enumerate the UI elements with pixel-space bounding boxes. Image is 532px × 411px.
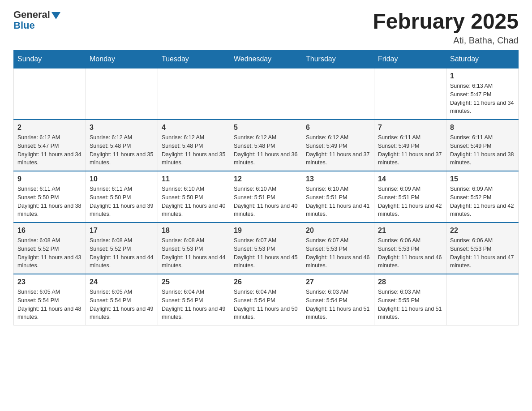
day-number: 15 bbox=[450, 175, 515, 183]
day-info: Sunrise: 6:12 AM Sunset: 5:48 PM Dayligh… bbox=[162, 133, 226, 167]
calendar-cell: 14Sunrise: 6:09 AM Sunset: 5:51 PM Dayli… bbox=[374, 171, 446, 223]
calendar-cell: 12Sunrise: 6:10 AM Sunset: 5:51 PM Dayli… bbox=[230, 171, 302, 223]
calendar-week-row: 23Sunrise: 6:05 AM Sunset: 5:54 PM Dayli… bbox=[14, 274, 519, 325]
calendar-cell: 2Sunrise: 6:12 AM Sunset: 5:47 PM Daylig… bbox=[14, 120, 86, 171]
day-number: 14 bbox=[378, 175, 442, 183]
day-info: Sunrise: 6:10 AM Sunset: 5:51 PM Dayligh… bbox=[306, 185, 370, 218]
logo-general-text: General bbox=[13, 9, 50, 21]
day-number: 1 bbox=[450, 72, 515, 80]
day-info: Sunrise: 6:10 AM Sunset: 5:50 PM Dayligh… bbox=[162, 185, 226, 218]
day-info: Sunrise: 6:03 AM Sunset: 5:55 PM Dayligh… bbox=[378, 288, 442, 321]
day-number: 25 bbox=[162, 278, 226, 286]
day-number: 17 bbox=[90, 227, 154, 235]
title-section: February 2025 Ati, Batha, Chad bbox=[373, 9, 519, 46]
day-info: Sunrise: 6:08 AM Sunset: 5:52 PM Dayligh… bbox=[17, 236, 82, 270]
calendar-cell: 25Sunrise: 6:04 AM Sunset: 5:54 PM Dayli… bbox=[158, 274, 230, 325]
day-info: Sunrise: 6:05 AM Sunset: 5:54 PM Dayligh… bbox=[90, 288, 154, 321]
calendar-cell: 20Sunrise: 6:07 AM Sunset: 5:53 PM Dayli… bbox=[302, 223, 374, 274]
calendar-week-row: 2Sunrise: 6:12 AM Sunset: 5:47 PM Daylig… bbox=[14, 120, 519, 171]
day-number: 24 bbox=[90, 278, 154, 286]
calendar-cell: 27Sunrise: 6:03 AM Sunset: 5:54 PM Dayli… bbox=[302, 274, 374, 325]
day-number: 3 bbox=[90, 124, 154, 132]
page-header: General Blue February 2025 Ati, Batha, C… bbox=[13, 9, 519, 46]
calendar-table: SundayMondayTuesdayWednesdayThursdayFrid… bbox=[13, 50, 519, 325]
calendar-cell: 21Sunrise: 6:06 AM Sunset: 5:53 PM Dayli… bbox=[374, 223, 446, 274]
calendar-cell: 15Sunrise: 6:09 AM Sunset: 5:52 PM Dayli… bbox=[446, 171, 519, 223]
day-number: 6 bbox=[306, 124, 370, 132]
day-number: 7 bbox=[378, 124, 442, 132]
day-info: Sunrise: 6:12 AM Sunset: 5:48 PM Dayligh… bbox=[90, 133, 154, 167]
calendar-cell: 3Sunrise: 6:12 AM Sunset: 5:48 PM Daylig… bbox=[86, 120, 158, 171]
day-number: 8 bbox=[450, 124, 515, 132]
day-info: Sunrise: 6:11 AM Sunset: 5:50 PM Dayligh… bbox=[17, 185, 82, 218]
day-info: Sunrise: 6:10 AM Sunset: 5:51 PM Dayligh… bbox=[234, 185, 298, 218]
day-header-wednesday: Wednesday bbox=[230, 51, 302, 68]
day-number: 22 bbox=[450, 227, 515, 235]
day-info: Sunrise: 6:08 AM Sunset: 5:52 PM Dayligh… bbox=[90, 236, 154, 270]
day-number: 13 bbox=[306, 175, 370, 183]
day-info: Sunrise: 6:08 AM Sunset: 5:53 PM Dayligh… bbox=[162, 236, 226, 270]
location-text: Ati, Batha, Chad bbox=[373, 35, 519, 46]
day-number: 23 bbox=[17, 278, 82, 286]
calendar-cell bbox=[302, 68, 374, 120]
day-number: 11 bbox=[162, 175, 226, 183]
calendar-cell: 4Sunrise: 6:12 AM Sunset: 5:48 PM Daylig… bbox=[158, 120, 230, 171]
day-info: Sunrise: 6:06 AM Sunset: 5:53 PM Dayligh… bbox=[450, 236, 515, 270]
calendar-cell bbox=[14, 68, 86, 120]
day-number: 18 bbox=[162, 227, 226, 235]
calendar-cell: 22Sunrise: 6:06 AM Sunset: 5:53 PM Dayli… bbox=[446, 223, 519, 274]
day-number: 12 bbox=[234, 175, 298, 183]
day-header-thursday: Thursday bbox=[302, 51, 374, 68]
calendar-cell: 24Sunrise: 6:05 AM Sunset: 5:54 PM Dayli… bbox=[86, 274, 158, 325]
day-info: Sunrise: 6:05 AM Sunset: 5:54 PM Dayligh… bbox=[17, 288, 82, 321]
calendar-week-row: 16Sunrise: 6:08 AM Sunset: 5:52 PM Dayli… bbox=[14, 223, 519, 274]
day-number: 5 bbox=[234, 124, 298, 132]
calendar-cell bbox=[446, 274, 519, 325]
day-header-sunday: Sunday bbox=[14, 51, 86, 68]
day-number: 2 bbox=[17, 124, 82, 132]
day-number: 4 bbox=[162, 124, 226, 132]
calendar-cell: 17Sunrise: 6:08 AM Sunset: 5:52 PM Dayli… bbox=[86, 223, 158, 274]
logo-arrow-icon bbox=[51, 12, 60, 19]
calendar-header-row: SundayMondayTuesdayWednesdayThursdayFrid… bbox=[14, 51, 519, 68]
logo: General Blue bbox=[13, 9, 60, 31]
day-info: Sunrise: 6:09 AM Sunset: 5:51 PM Dayligh… bbox=[378, 185, 442, 218]
calendar-cell: 8Sunrise: 6:11 AM Sunset: 5:49 PM Daylig… bbox=[446, 120, 519, 171]
month-title: February 2025 bbox=[373, 9, 519, 34]
day-info: Sunrise: 6:07 AM Sunset: 5:53 PM Dayligh… bbox=[234, 236, 298, 270]
calendar-cell: 7Sunrise: 6:11 AM Sunset: 5:49 PM Daylig… bbox=[374, 120, 446, 171]
day-info: Sunrise: 6:13 AM Sunset: 5:47 PM Dayligh… bbox=[450, 82, 515, 116]
day-number: 20 bbox=[306, 227, 370, 235]
calendar-cell: 28Sunrise: 6:03 AM Sunset: 5:55 PM Dayli… bbox=[374, 274, 446, 325]
day-header-tuesday: Tuesday bbox=[158, 51, 230, 68]
calendar-cell: 19Sunrise: 6:07 AM Sunset: 5:53 PM Dayli… bbox=[230, 223, 302, 274]
day-header-monday: Monday bbox=[86, 51, 158, 68]
day-number: 19 bbox=[234, 227, 298, 235]
calendar-cell: 5Sunrise: 6:12 AM Sunset: 5:48 PM Daylig… bbox=[230, 120, 302, 171]
day-info: Sunrise: 6:03 AM Sunset: 5:54 PM Dayligh… bbox=[306, 288, 370, 321]
day-info: Sunrise: 6:06 AM Sunset: 5:53 PM Dayligh… bbox=[378, 236, 442, 270]
day-info: Sunrise: 6:04 AM Sunset: 5:54 PM Dayligh… bbox=[234, 288, 298, 321]
calendar-cell bbox=[86, 68, 158, 120]
calendar-cell: 13Sunrise: 6:10 AM Sunset: 5:51 PM Dayli… bbox=[302, 171, 374, 223]
calendar-cell: 9Sunrise: 6:11 AM Sunset: 5:50 PM Daylig… bbox=[14, 171, 86, 223]
calendar-week-row: 9Sunrise: 6:11 AM Sunset: 5:50 PM Daylig… bbox=[14, 171, 519, 223]
day-info: Sunrise: 6:12 AM Sunset: 5:49 PM Dayligh… bbox=[306, 133, 370, 167]
calendar-cell: 23Sunrise: 6:05 AM Sunset: 5:54 PM Dayli… bbox=[14, 274, 86, 325]
calendar-cell bbox=[374, 68, 446, 120]
day-info: Sunrise: 6:11 AM Sunset: 5:49 PM Dayligh… bbox=[450, 133, 515, 167]
calendar-cell: 16Sunrise: 6:08 AM Sunset: 5:52 PM Dayli… bbox=[14, 223, 86, 274]
day-info: Sunrise: 6:09 AM Sunset: 5:52 PM Dayligh… bbox=[450, 185, 515, 218]
calendar-cell bbox=[158, 68, 230, 120]
day-number: 27 bbox=[306, 278, 370, 286]
day-number: 26 bbox=[234, 278, 298, 286]
day-header-saturday: Saturday bbox=[446, 51, 519, 68]
calendar-cell: 1Sunrise: 6:13 AM Sunset: 5:47 PM Daylig… bbox=[446, 68, 519, 120]
calendar-cell: 26Sunrise: 6:04 AM Sunset: 5:54 PM Dayli… bbox=[230, 274, 302, 325]
day-info: Sunrise: 6:12 AM Sunset: 5:48 PM Dayligh… bbox=[234, 133, 298, 167]
calendar-cell: 6Sunrise: 6:12 AM Sunset: 5:49 PM Daylig… bbox=[302, 120, 374, 171]
day-info: Sunrise: 6:12 AM Sunset: 5:47 PM Dayligh… bbox=[17, 133, 82, 167]
calendar-cell bbox=[230, 68, 302, 120]
day-number: 28 bbox=[378, 278, 442, 286]
day-number: 16 bbox=[17, 227, 82, 235]
